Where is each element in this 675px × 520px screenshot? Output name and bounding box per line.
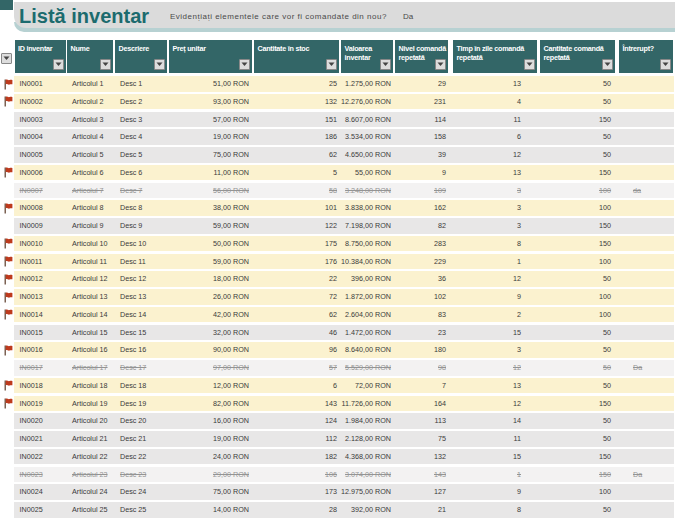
cell-desc[interactable]: Desc 17: [120, 360, 146, 376]
cell-reorder_qty[interactable]: 100: [599, 484, 611, 500]
cell-reorder_level[interactable]: 102: [434, 289, 446, 305]
cell-desc[interactable]: Desc 23: [120, 467, 146, 483]
cell-id[interactable]: IN0019: [20, 396, 43, 412]
cell-reorder_level[interactable]: 21: [438, 502, 446, 518]
cell-desc[interactable]: Desc 15: [120, 325, 146, 341]
cell-qty[interactable]: 101: [325, 200, 337, 216]
cell-price[interactable]: 26,00 RON: [213, 289, 249, 305]
cell-reorder_level[interactable]: 109: [434, 183, 446, 199]
cell-reorder_qty[interactable]: 150: [599, 236, 611, 252]
cell-value[interactable]: 392,00 RON: [351, 502, 391, 518]
cell-name[interactable]: Articolul 14: [72, 307, 108, 323]
cell-id[interactable]: IN0008: [20, 200, 43, 216]
cell-id[interactable]: IN0024: [20, 484, 43, 500]
cell-desc[interactable]: Desc 6: [120, 165, 142, 181]
cell-id[interactable]: IN0013: [20, 289, 43, 305]
filter-dropdown-button[interactable]: [53, 59, 64, 70]
cell-lead_days[interactable]: 15: [513, 325, 521, 341]
cell-name[interactable]: Articolul 10: [72, 236, 108, 252]
cell-lead_days[interactable]: 1: [517, 254, 521, 270]
cell-value[interactable]: 8.750,00 RON: [345, 236, 391, 252]
cell-desc[interactable]: Desc 9: [120, 218, 142, 234]
cell-price[interactable]: 18,00 RON: [213, 271, 249, 287]
cell-reorder_level[interactable]: 98: [438, 360, 446, 376]
cell-name[interactable]: Articolul 20: [72, 413, 108, 429]
cell-desc[interactable]: Desc 5: [120, 147, 142, 163]
cell-desc[interactable]: Desc 8: [120, 200, 142, 216]
cell-reorder_qty[interactable]: 150: [599, 396, 611, 412]
cell-id[interactable]: IN0006: [20, 165, 43, 181]
cell-id[interactable]: IN0007: [20, 183, 43, 199]
cell-lead_days[interactable]: 2: [517, 307, 521, 323]
cell-qty[interactable]: 175: [325, 236, 337, 252]
cell-id[interactable]: IN0017: [20, 360, 43, 376]
cell-lead_days[interactable]: 15: [513, 449, 521, 465]
cell-lead_days[interactable]: 6: [517, 129, 521, 145]
cell-reorder_qty[interactable]: 50: [603, 271, 611, 287]
cell-lead_days[interactable]: 3: [517, 183, 521, 199]
cell-reorder_qty[interactable]: 150: [599, 165, 611, 181]
cell-reorder_level[interactable]: 75: [438, 431, 446, 447]
cell-name[interactable]: Articolul 1: [72, 76, 104, 92]
cell-price[interactable]: 75,00 RON: [213, 147, 249, 163]
cell-qty[interactable]: 62: [329, 147, 337, 163]
cell-name[interactable]: Articolul 18: [72, 378, 108, 394]
cell-discontinued[interactable]: Da: [633, 360, 642, 376]
cell-lead_days[interactable]: 12: [513, 147, 521, 163]
column-header-reorder_qty[interactable]: Cantitate comandă repetată: [540, 40, 615, 73]
cell-name[interactable]: Articolul 8: [72, 200, 104, 216]
cell-discontinued[interactable]: da: [633, 183, 641, 199]
cell-desc[interactable]: Desc 11: [120, 254, 146, 270]
cell-qty[interactable]: 176: [325, 254, 337, 270]
cell-desc[interactable]: Desc 18: [120, 378, 146, 394]
cell-price[interactable]: 51,00 RON: [213, 76, 249, 92]
cell-id[interactable]: IN0015: [20, 325, 43, 341]
cell-desc[interactable]: Desc 10: [120, 236, 146, 252]
cell-value[interactable]: 7.198,00 RON: [345, 218, 391, 234]
cell-value[interactable]: 2.604,00 RON: [345, 307, 391, 323]
cell-name[interactable]: Articolul 4: [72, 129, 104, 145]
filter-dropdown-button[interactable]: [524, 59, 535, 70]
cell-id[interactable]: IN0021: [20, 431, 43, 447]
cell-desc[interactable]: Desc 16: [120, 342, 146, 358]
cell-value[interactable]: 8.640,00 RON: [345, 342, 391, 358]
cell-reorder_level[interactable]: 229: [434, 254, 446, 270]
cell-reorder_qty[interactable]: 100: [599, 183, 611, 199]
cell-qty[interactable]: 132: [325, 94, 337, 110]
cell-reorder_level[interactable]: 23: [438, 325, 446, 341]
column-header-price[interactable]: Preț unitar: [169, 40, 252, 73]
cell-value[interactable]: 3.838,00 RON: [345, 200, 391, 216]
cell-reorder_level[interactable]: 82: [438, 218, 446, 234]
cell-price[interactable]: 38,00 RON: [213, 200, 249, 216]
cell-reorder_qty[interactable]: 50: [603, 360, 611, 376]
cell-name[interactable]: Articolul 2: [72, 94, 104, 110]
cell-price[interactable]: 19,00 RON: [213, 129, 249, 145]
cell-name[interactable]: Articolul 19: [72, 396, 108, 412]
cell-price[interactable]: 59,00 RON: [213, 254, 249, 270]
cell-price[interactable]: 56,00 RON: [213, 183, 249, 199]
cell-qty[interactable]: 22: [329, 271, 337, 287]
cell-price[interactable]: 14,00 RON: [213, 502, 249, 518]
cell-reorder_qty[interactable]: 150: [599, 218, 611, 234]
cell-price[interactable]: 12,00 RON: [213, 378, 249, 394]
cell-reorder_qty[interactable]: 100: [599, 307, 611, 323]
cell-price[interactable]: 97,00 RON: [213, 360, 249, 376]
cell-desc[interactable]: Desc 22: [120, 449, 146, 465]
cell-discontinued[interactable]: Da: [633, 467, 642, 483]
cell-desc[interactable]: Desc 19: [120, 396, 146, 412]
cell-id[interactable]: IN0003: [20, 112, 43, 128]
cell-desc[interactable]: Desc 13: [120, 289, 146, 305]
filter-dropdown-button[interactable]: [660, 59, 671, 70]
column-header-value[interactable]: Valoarea inventar: [341, 40, 393, 73]
cell-name[interactable]: Articolul 13: [72, 289, 108, 305]
cell-reorder_level[interactable]: 283: [434, 236, 446, 252]
cell-reorder_level[interactable]: 162: [434, 200, 446, 216]
cell-price[interactable]: 42,00 RON: [213, 307, 249, 323]
cell-value[interactable]: 4.368,00 RON: [345, 449, 391, 465]
cell-value[interactable]: 5.529,00 RON: [345, 360, 391, 376]
cell-value[interactable]: 3.248,00 RON: [345, 183, 391, 199]
cell-id[interactable]: IN0009: [20, 218, 43, 234]
cell-value[interactable]: 55,00 RON: [355, 165, 391, 181]
cell-lead_days[interactable]: 3: [517, 342, 521, 358]
cell-lead_days[interactable]: 9: [517, 289, 521, 305]
